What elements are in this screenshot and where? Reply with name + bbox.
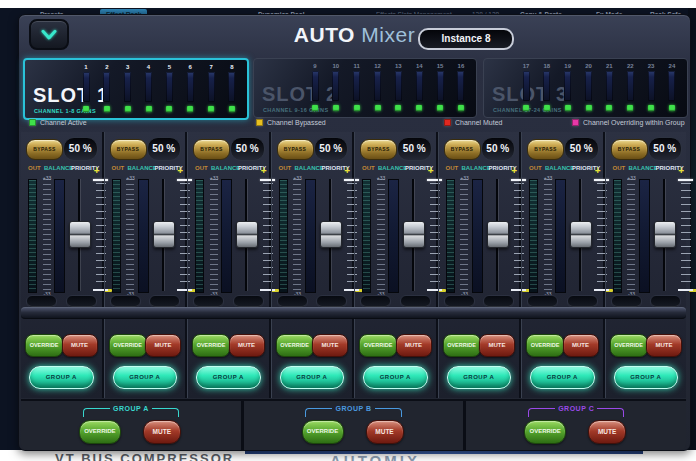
group-mute-button[interactable]: MUTE xyxy=(143,420,181,444)
bypass-button[interactable]: BYPASS xyxy=(26,139,63,160)
balance-fader-knob[interactable] xyxy=(403,221,425,248)
mute-button[interactable]: MUTE xyxy=(62,334,98,357)
gain-value-display[interactable]: 50 % xyxy=(314,137,349,161)
balance-fader-knob[interactable] xyxy=(320,221,342,248)
balance-scale-ticks xyxy=(292,179,303,291)
legend-label: Channel Muted xyxy=(455,119,502,126)
balance-meter xyxy=(138,179,149,293)
group-master-section: GROUP C OVERRIDE MUTE xyxy=(466,401,686,450)
gain-value-display[interactable]: 50 % xyxy=(397,137,432,161)
balance-meter xyxy=(221,179,232,293)
group-assign-button[interactable]: GROUP A xyxy=(280,366,345,389)
override-button[interactable]: OVERRIDE xyxy=(109,334,147,357)
balance-fader-track[interactable] xyxy=(486,179,508,291)
balance-fader-track[interactable] xyxy=(402,179,424,291)
bypass-button[interactable]: BYPASS xyxy=(611,139,648,160)
channel-strip: BYPASS 50 % OUT BALANCE PRIORITY + +33 -… xyxy=(354,132,438,398)
bypass-button[interactable]: BYPASS xyxy=(360,139,397,160)
mute-button[interactable]: MUTE xyxy=(396,334,432,357)
balance-fader-track[interactable] xyxy=(653,179,675,291)
channel-number: 13 xyxy=(395,62,402,70)
out-level-meter xyxy=(613,179,622,293)
bypass-button[interactable]: BYPASS xyxy=(110,139,147,160)
balance-fader-track[interactable] xyxy=(235,179,257,291)
balance-label: BALANCE xyxy=(44,165,73,171)
group-master-section: GROUP A OVERRIDE MUTE xyxy=(21,401,244,450)
group-assign-button[interactable]: GROUP A xyxy=(447,366,512,389)
mute-button[interactable]: MUTE xyxy=(646,334,682,357)
balance-fader-track[interactable] xyxy=(68,179,90,291)
mute-button[interactable]: MUTE xyxy=(229,334,265,357)
group-assign-button[interactable]: GROUP A xyxy=(113,366,178,389)
priority-slider[interactable] xyxy=(678,179,694,291)
balance-fader-knob[interactable] xyxy=(487,221,509,248)
gain-value-display[interactable]: 50 % xyxy=(230,137,265,161)
background-window-title-center: AUTOMIX xyxy=(330,452,420,461)
slot-panel[interactable]: SLOT 3 CHANNEL 17-24 GAINS 17 18 19 20 2… xyxy=(483,58,688,118)
slot-panel[interactable]: SLOT 1 CHANNEL 1-8 GAINS 1 2 3 4 5 6 7 8 xyxy=(23,58,249,120)
group-override-button[interactable]: OVERRIDE xyxy=(524,420,566,444)
channel-active-led xyxy=(146,106,152,112)
gain-value-display[interactable]: 50 % xyxy=(147,137,182,161)
channel-active-led xyxy=(416,105,422,111)
channel-gain-meter xyxy=(585,71,592,101)
group-assign-button[interactable]: GROUP A xyxy=(29,366,94,389)
channel-gain-meter xyxy=(523,71,530,101)
balance-fader-knob[interactable] xyxy=(153,221,175,248)
channel-active-led xyxy=(395,105,401,111)
mute-button[interactable]: MUTE xyxy=(145,334,181,357)
balance-label: BALANCE xyxy=(462,165,491,171)
override-button[interactable]: OVERRIDE xyxy=(443,334,481,357)
balance-fader-knob[interactable] xyxy=(236,221,258,248)
legend-item: Channel Bypassed xyxy=(256,119,326,126)
bypass-button[interactable]: BYPASS xyxy=(527,139,564,160)
mute-button[interactable]: MUTE xyxy=(312,334,348,357)
bypass-button[interactable]: BYPASS xyxy=(444,139,481,160)
out-label: OUT xyxy=(446,165,459,171)
balance-fader-knob[interactable] xyxy=(570,221,592,248)
channel-number: 22 xyxy=(627,62,634,70)
override-button[interactable]: OVERRIDE xyxy=(25,334,63,357)
override-button[interactable]: OVERRIDE xyxy=(610,334,648,357)
group-override-button[interactable]: OVERRIDE xyxy=(302,420,344,444)
channel-active-led xyxy=(312,105,318,111)
balance-fader-track[interactable] xyxy=(319,179,341,291)
channel-gain-meter xyxy=(103,72,110,102)
gain-value-display[interactable]: 50 % xyxy=(481,137,516,161)
out-label: OUT xyxy=(362,165,375,171)
slot-panel[interactable]: SLOT 2 CHANNEL 9-16 GAINS 9 10 11 12 13 … xyxy=(253,58,477,118)
channel-gain-meter xyxy=(668,71,675,101)
background-window-title-left: VT BUS COMPRESSOR xyxy=(55,451,234,461)
mute-button[interactable]: MUTE xyxy=(563,334,599,357)
instance-selector-button[interactable]: Instance 8 xyxy=(418,28,514,50)
slots-row: SLOT 1 CHANNEL 1-8 GAINS 1 2 3 4 5 6 7 8… xyxy=(19,58,690,118)
balance-fader-knob[interactable] xyxy=(654,221,676,248)
balance-fader-track[interactable] xyxy=(569,179,591,291)
balance-scale-ticks xyxy=(125,179,136,291)
balance-fader-track[interactable] xyxy=(152,179,174,291)
gain-value-display[interactable]: 50 % xyxy=(564,137,599,161)
override-button[interactable]: OVERRIDE xyxy=(526,334,564,357)
group-label: GROUP A xyxy=(110,405,152,412)
bypass-button[interactable]: BYPASS xyxy=(193,139,230,160)
priority-max-symbol: + xyxy=(428,166,434,176)
gain-value-display[interactable]: 50 % xyxy=(63,137,98,161)
group-assign-button[interactable]: GROUP A xyxy=(363,366,428,389)
group-master-row: GROUP A OVERRIDE MUTE GROUP B OVERRIDE M… xyxy=(21,399,686,450)
group-override-button[interactable]: OVERRIDE xyxy=(79,420,121,444)
group-assign-button[interactable]: GROUP A xyxy=(614,366,679,389)
priority-min-marker xyxy=(689,289,696,292)
balance-meter xyxy=(305,179,316,293)
group-mute-button[interactable]: MUTE xyxy=(588,420,626,444)
group-mute-button[interactable]: MUTE xyxy=(366,420,404,444)
group-assign-button[interactable]: GROUP A xyxy=(196,366,261,389)
channel-active-led xyxy=(586,105,592,111)
override-button[interactable]: OVERRIDE xyxy=(359,334,397,357)
override-button[interactable]: OVERRIDE xyxy=(276,334,314,357)
mute-button[interactable]: MUTE xyxy=(479,334,515,357)
group-assign-button[interactable]: GROUP A xyxy=(530,366,595,389)
gain-value-display[interactable]: 50 % xyxy=(648,137,683,161)
override-button[interactable]: OVERRIDE xyxy=(192,334,230,357)
bypass-button[interactable]: BYPASS xyxy=(277,139,314,160)
balance-fader-knob[interactable] xyxy=(69,221,91,248)
